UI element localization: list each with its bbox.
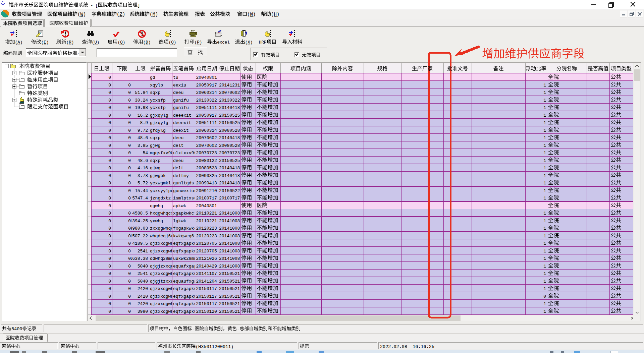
svg-text:0: 0 [128,188,131,193]
svg-text:1: 1 [543,249,546,254]
svg-text:HRP: HRP [259,40,267,45]
svg-text:eqfxgapkw: eqfxgapkw [173,286,197,291]
svg-text:0: 0 [128,279,131,284]
svg-text:0: 0 [128,256,131,261]
svg-text:equafxgap: equafxgap [173,264,197,269]
svg-text:-: - [192,327,195,332]
svg-text:3.85: 3.85 [138,143,148,148]
svg-text:1: 1 [543,105,546,110]
svg-text:0: 0 [108,90,111,95]
svg-text:20150525: 20150525 [219,113,240,118]
svg-text:0: 0 [128,128,131,133]
svg-text:20070602: 20070602 [219,90,240,95]
svg-text:qjzxxqgwh: qjzxxqgwh [150,301,173,306]
svg-text:mgqsfxv90: mgqsfxv90 [150,151,173,156]
svg-text:20141008: 20141008 [219,256,240,261]
svg-text:20051111: 20051111 [196,120,217,125]
svg-text:0: 0 [128,241,131,246]
svg-text:1: 1 [543,181,546,186]
svg-text:20110221: 20110221 [196,219,217,224]
svg-text:qjzxxqgwh: qjzxxqgwh [150,241,173,246]
svg-text:48.6: 48.6 [138,135,148,140]
svg-text:ddwhq28mm: ddwhq28mm [150,256,173,261]
svg-text:51.84: 51.84 [135,90,148,95]
svg-text:0: 0 [108,181,111,186]
svg-text:20090325: 20090325 [196,173,217,178]
svg-text:eqfxgapkw: eqfxgapkw [173,249,197,254]
svg-text:deeu: deeu [173,135,183,140]
svg-text:0: 0 [128,151,131,156]
svg-text:0: 0 [108,188,111,193]
svg-text:1: 1 [543,256,546,261]
svg-text:0: 0 [128,264,131,269]
svg-text:20141231: 20141231 [219,83,240,88]
svg-text:0: 0 [128,135,131,140]
svg-text:20120223: 20120223 [196,234,217,239]
svg-text:20150521: 20150521 [219,286,240,291]
svg-text:gunwexiuu: gunwexiuu [173,188,197,193]
svg-text:ulxtxxv90: ulxtxxv90 [173,151,197,156]
svg-text:eqfxgapkw: eqfxgapkw [173,294,197,299]
svg-text:gunifu: gunifu [173,105,189,110]
svg-text:1: 1 [543,166,546,171]
svg-text:0: 0 [108,105,111,110]
svg-text:0: 0 [108,294,111,299]
svg-text:whqdcqj6r: whqdcqj6r [150,234,173,239]
svg-text:yxwhq: yxwhq [150,219,163,224]
svg-text:30.24: 30.24 [135,98,148,103]
svg-text:ycxwgmkl: ycxwgmkl [150,181,171,186]
svg-text:20040801: 20040801 [196,75,217,80]
svg-text:20080122: 20080122 [196,158,217,163]
svg-text:deltmy: deltmy [173,173,189,178]
svg-text:20150521: 20150521 [219,279,240,284]
svg-text:20120223: 20120223 [196,226,217,231]
svg-text:1: 1 [543,128,546,133]
svg-text:1: 1 [543,279,546,284]
svg-text:0: 0 [108,286,111,291]
svg-text:0: 0 [108,309,111,314]
svg-text:4588.5: 4588.5 [132,211,148,216]
svg-text:20070723: 20070723 [196,151,217,156]
svg-text:20121026: 20121026 [196,256,217,261]
svg-text:0: 0 [128,234,131,239]
svg-text:20150522: 20150522 [219,188,240,193]
svg-text:20140418: 20140418 [219,173,240,178]
svg-text:20141008: 20141008 [219,241,240,246]
svg-text:gfqylg: gfqylg [150,128,166,133]
svg-text:20070723: 20070723 [219,151,240,156]
svg-text:3.78: 3.78 [138,173,148,178]
svg-text:0: 0 [108,128,111,133]
svg-text:20060314: 20060314 [196,90,217,95]
svg-text:20100717: 20100717 [219,196,240,201]
svg-text:5.72: 5.72 [138,181,148,186]
svg-text:0: 0 [128,98,131,103]
svg-text:gd: gd [150,75,155,80]
svg-text:eqfxgapkw: eqfxgapkw [173,301,197,306]
svg-text:eexiu: eexiu [173,83,186,88]
svg-text:0: 0 [128,309,131,314]
svg-text:qjzxxqgwh: qjzxxqgwh [150,309,173,314]
svg-text:1638.38: 1638.38 [129,256,148,261]
svg-text:0: 0 [108,173,111,178]
svg-text:4.16: 4.16 [138,166,148,171]
svg-text:20150525: 20150525 [219,120,240,125]
svg-text:0: 0 [108,83,111,88]
svg-text:0: 0 [108,234,111,239]
svg-text:20140418: 20140418 [219,166,240,171]
svg-text:0: 0 [128,249,131,254]
svg-text:(W): (W) [77,12,86,17]
svg-text:(P): (P) [195,40,202,45]
svg-text:deeu: deeu [173,158,183,163]
svg-text:1507.22: 1507.22 [129,234,148,239]
svg-text:0: 0 [108,135,111,140]
svg-text:uukwk28mm: uukwk28mm [173,256,197,261]
svg-text:1: 1 [543,83,546,88]
svg-text:1: 1 [543,135,546,140]
svg-text:eqfxgapkw: eqfxgapkw [173,241,197,246]
svg-text:0: 0 [128,271,131,276]
svg-text:1: 1 [543,196,546,201]
svg-text:1: 1 [543,286,546,291]
svg-text:0: 0 [108,301,111,306]
svg-text:(R): (R) [66,40,74,45]
svg-text:20070602: 20070602 [196,143,217,148]
